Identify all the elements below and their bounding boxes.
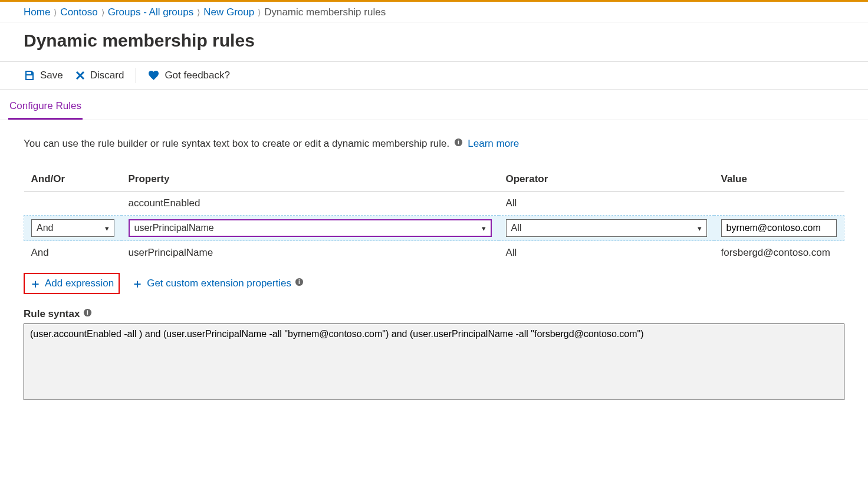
chevron-right-icon: ⟩: [101, 8, 104, 17]
col-header-value: Value: [714, 167, 844, 192]
plus-icon: ＋: [131, 278, 143, 289]
breadcrumb: Home ⟩ Contoso ⟩ Groups - All groups ⟩ N…: [0, 2, 868, 22]
save-label: Save: [40, 70, 63, 81]
cell-andor: [24, 192, 121, 216]
operator-select-value: All: [511, 223, 522, 233]
content-area: You can use the rule builder or rule syn…: [0, 120, 868, 414]
discard-label: Discard: [90, 70, 124, 81]
andor-select[interactable]: And ▾: [31, 219, 114, 237]
toolbar-separator: [136, 68, 136, 83]
action-links: ＋ Add expression ＋ Get custom extension …: [24, 273, 844, 294]
breadcrumb-contoso[interactable]: Contoso: [60, 6, 97, 18]
chevron-right-icon: ⟩: [54, 8, 57, 17]
cell-operator: All: [499, 192, 714, 216]
heart-icon: [148, 70, 160, 81]
tab-configure-rules[interactable]: Configure Rules: [8, 100, 83, 120]
learn-more-link[interactable]: Learn more: [468, 138, 519, 150]
add-expression-button[interactable]: ＋ Add expression: [25, 274, 119, 293]
cell-property: accountEnabled: [121, 192, 499, 216]
col-header-property: Property: [121, 167, 499, 192]
svg-text:i: i: [458, 139, 459, 146]
rule-syntax-textarea[interactable]: [24, 324, 844, 400]
rules-table: And/Or Property Operator Value accountEn…: [24, 167, 844, 265]
cell-andor: And: [24, 241, 121, 265]
chevron-down-icon: ▾: [482, 224, 486, 233]
rule-syntax-label: Rule syntax i: [24, 308, 844, 320]
breadcrumb-new-group[interactable]: New Group: [203, 6, 254, 18]
add-expression-label: Add expression: [45, 278, 114, 289]
property-select[interactable]: userPrincipalName ▾: [129, 219, 492, 237]
get-custom-ext-button[interactable]: ＋ Get custom extension properties i: [127, 274, 308, 293]
get-custom-ext-label: Get custom extension properties: [147, 278, 291, 289]
save-button[interactable]: Save: [24, 70, 63, 81]
save-icon: [24, 70, 35, 81]
breadcrumb-home[interactable]: Home: [24, 6, 50, 18]
cell-property: userPrincipalName: [121, 241, 499, 265]
rule-syntax-label-text: Rule syntax: [24, 308, 80, 320]
feedback-label: Got feedback?: [165, 70, 230, 81]
tabs: Configure Rules: [0, 90, 868, 120]
breadcrumb-groups[interactable]: Groups - All groups: [108, 6, 194, 18]
svg-text:i: i: [87, 309, 89, 316]
toolbar: Save Discard Got feedback?: [0, 62, 868, 90]
close-icon: [75, 70, 86, 81]
chevron-down-icon: ▾: [105, 224, 109, 233]
rule-row-active: And ▾ userPrincipalName ▾ All ▾: [24, 216, 844, 241]
col-header-andor: And/Or: [24, 167, 121, 192]
add-expression-highlight: ＋ Add expression: [24, 273, 120, 294]
chevron-right-icon: ⟩: [258, 8, 261, 17]
rule-row: accountEnabled All: [24, 192, 844, 216]
svg-text:i: i: [298, 279, 300, 285]
info-icon[interactable]: i: [454, 138, 463, 150]
discard-button[interactable]: Discard: [75, 70, 124, 81]
property-select-value: userPrincipalName: [134, 223, 214, 233]
page-title: Dynamic membership rules: [0, 22, 868, 62]
operator-select[interactable]: All ▾: [506, 219, 707, 237]
plus-icon: ＋: [29, 278, 41, 289]
info-icon[interactable]: i: [83, 308, 92, 320]
cell-operator: All: [499, 241, 714, 265]
info-icon[interactable]: i: [295, 278, 304, 289]
hint-row: You can use the rule builder or rule syn…: [24, 138, 844, 150]
hint-text: You can use the rule builder or rule syn…: [24, 138, 449, 150]
rule-row: And userPrincipalName All forsbergd@cont…: [24, 241, 844, 265]
cell-value: [714, 192, 844, 216]
breadcrumb-current: Dynamic membership rules: [264, 6, 386, 18]
chevron-right-icon: ⟩: [197, 8, 200, 17]
feedback-button[interactable]: Got feedback?: [148, 70, 230, 81]
col-header-operator: Operator: [499, 167, 714, 192]
chevron-down-icon: ▾: [698, 224, 702, 233]
cell-value: forsbergd@contoso.com: [714, 241, 844, 265]
value-input[interactable]: [721, 219, 837, 237]
andor-select-value: And: [37, 223, 53, 233]
